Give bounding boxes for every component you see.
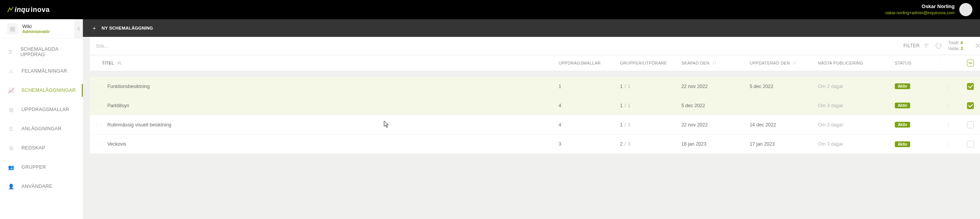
drag-handle-icon[interactable]: ⋮⋮ (95, 122, 102, 128)
cell-status: Aktiv (895, 122, 937, 128)
clear-selection-icon[interactable] (975, 43, 980, 48)
row-actions-button[interactable]: ⋮ (937, 83, 960, 89)
nav-icon: 👥 (7, 163, 15, 171)
drag-handle-icon[interactable]: ⋮⋮ (95, 84, 102, 89)
cell-created: 16 jan 2023 (681, 141, 750, 147)
filter-icon (924, 43, 929, 48)
col-updated[interactable]: UPPDATERAD DEN (750, 61, 818, 65)
sidebar-item-grupper[interactable]: 👥GRUPPER (0, 158, 83, 177)
table-row[interactable]: ⋮⋮Funktionsbesiktning11/122 nov 20225 de… (90, 77, 980, 96)
cell-title: Parktillsyn (102, 103, 559, 108)
sidebar-item-anl-ggningar[interactable]: ☰ANLÄGGNINGAR (0, 119, 83, 138)
new-schedule-button[interactable]: ＋ NY SCHEMALÄGGNING (91, 25, 153, 32)
cell-title: Funktionsbesiktning (102, 84, 559, 89)
nav-icon: ⊞ (7, 144, 15, 152)
col-more[interactable]: ⋮ (937, 61, 960, 66)
drag-handle-icon[interactable]: ⋮⋮ (95, 103, 102, 108)
row-select[interactable] (960, 141, 980, 148)
avatar[interactable] (959, 3, 972, 16)
drag-handle-icon[interactable]: ⋮⋮ (95, 141, 102, 147)
cell-templates: 4 (559, 103, 620, 108)
row-actions-button[interactable]: ⋮ (937, 122, 960, 128)
cell-groups: 1/1 (620, 103, 681, 108)
nav-icon: ☰ (7, 124, 15, 133)
nav-label: ANLÄGGNINGAR (21, 126, 61, 131)
checkbox[interactable] (967, 102, 974, 109)
nav-label: UPPDRAGSMALLAR (21, 107, 69, 112)
user-name: Oskar Norling (885, 3, 955, 10)
cell-updated: 14 dec 2022 (750, 122, 818, 128)
chevron-left-icon (77, 27, 81, 31)
cell-updated: 17 jan 2023 (750, 141, 818, 147)
col-templates[interactable]: UPPDRAGSMALLAR (559, 61, 620, 65)
plus-icon: ＋ (91, 25, 97, 32)
user-block[interactable]: Oskar Norling oskar.norling+admin@inquin… (885, 3, 972, 16)
search-input[interactable] (96, 43, 898, 49)
col-groups[interactable]: GRUPPER/UTFÖRARE (620, 61, 681, 65)
sort-icon (793, 61, 797, 65)
cell-next: Om 3 dagar (818, 122, 895, 128)
sidebar-item-schemal-ggningar[interactable]: 📈SCHEMALÄGGNINGAR (0, 81, 83, 100)
brand-text-a: inqu (15, 6, 30, 14)
sidebar-item-anv-ndare[interactable]: 👤ANVÄNDARE (0, 177, 83, 196)
cell-created: 22 nov 2022 (681, 84, 750, 89)
cell-groups: 1/1 (620, 122, 681, 128)
row-select[interactable] (960, 83, 980, 90)
row-actions-button[interactable]: ⋮ (937, 103, 960, 108)
logo-icon (7, 6, 14, 13)
col-next[interactable]: NÄSTA PUBLICERING (818, 61, 895, 65)
sidebar-item-schemalagda-uppdrag[interactable]: 🗓SCHEMALAGDA UPPDRAG (0, 42, 83, 61)
cell-status: Aktiv (895, 141, 937, 147)
checkbox[interactable] (967, 83, 974, 90)
cell-next: Om 3 dagar (818, 141, 895, 147)
sort-asc-icon (117, 61, 122, 65)
col-created[interactable]: SKAPAD DEN (681, 61, 750, 65)
user-email: oskar.norling+admin@inquinova.com (885, 10, 955, 15)
sort-icon (713, 61, 716, 65)
brand-logo[interactable]: inquinova (7, 6, 50, 14)
sidebar-collapse-button[interactable] (74, 19, 83, 38)
cell-title: Rutinmässig visuell besiktning (102, 122, 559, 128)
sidebar-project-header[interactable]: ▦ Wiki Administratör (0, 19, 83, 38)
table-row[interactable]: ⋮⋮Parktillsyn41/15 dec 2022Om 3 dagarAkt… (90, 96, 980, 115)
project-role: Administratör (22, 29, 50, 34)
project-icon: ▦ (7, 23, 18, 34)
checkbox[interactable] (967, 141, 974, 148)
refresh-icon[interactable] (935, 42, 942, 49)
sidebar-item-redskap[interactable]: ⊞REDSKAP (0, 138, 83, 158)
row-actions-button[interactable]: ⋮ (937, 141, 960, 147)
cell-created: 22 nov 2022 (681, 122, 750, 128)
sidebar-item-uppdragsmallar[interactable]: ▥UPPDRAGSMALLAR (0, 100, 83, 119)
col-status[interactable]: STATUS (895, 61, 937, 65)
checkbox[interactable] (967, 121, 974, 128)
nav-icon: 🗓 (7, 48, 14, 56)
cell-next: Om 3 dagar (818, 103, 895, 108)
cell-templates: 4 (559, 122, 620, 128)
row-select[interactable] (960, 102, 980, 109)
nav-icon: 📈 (7, 86, 15, 95)
table-row[interactable]: ⋮⋮Veckovis32/316 jan 202317 jan 2023Om 3… (90, 134, 980, 154)
checkbox-indeterminate[interactable] (967, 60, 974, 66)
col-select-all[interactable] (960, 60, 980, 66)
nav-label: ANVÄNDARE (21, 184, 53, 189)
cell-templates: 3 (559, 141, 620, 147)
table-row[interactable]: ⋮⋮Rutinmässig visuell besiktning41/122 n… (90, 115, 980, 134)
cell-next: Om 2 dagar (818, 84, 895, 89)
row-select[interactable] (960, 121, 980, 128)
filter-button[interactable]: FILTER (903, 43, 929, 48)
action-bar: ＋ NY SCHEMALÄGGNING (83, 19, 980, 37)
content-area: ＋ NY SCHEMALÄGGNING FILTER Totalt: 4 Val… (83, 19, 980, 219)
table-header: TITEL UPPDRAGSMALLAR GRUPPER/UTFÖRARE SK… (90, 55, 980, 71)
toolbar: FILTER Totalt: 4 Valda: 2 (90, 37, 980, 55)
cell-updated: 5 dec 2022 (750, 84, 818, 89)
project-title: Wiki (22, 23, 50, 29)
nav-label: SCHEMALÄGGNINGAR (21, 88, 76, 93)
col-title[interactable]: TITEL (102, 61, 559, 65)
status-badge: Aktiv (895, 122, 910, 128)
status-badge: Aktiv (895, 103, 910, 108)
cell-status: Aktiv (895, 103, 937, 108)
sidebar-item-felanm-lningar[interactable]: ⚠FELANMÄLNINGAR (0, 61, 83, 81)
brand-text-b: inova (31, 6, 50, 14)
status-badge: Aktiv (895, 141, 910, 147)
cell-groups: 1/1 (620, 84, 681, 89)
